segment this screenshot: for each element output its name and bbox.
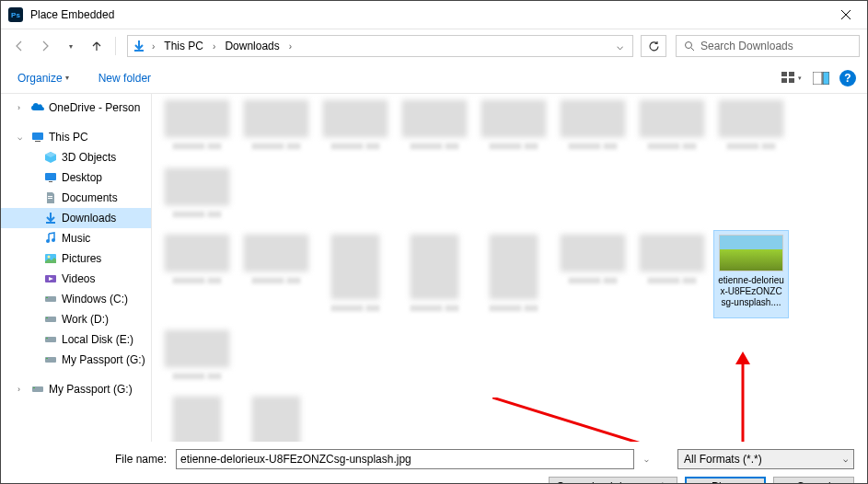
- up-button[interactable]: [86, 35, 108, 57]
- preview-pane-icon: [813, 72, 829, 85]
- file-thumb[interactable]: xxxxxxx xxx: [159, 96, 235, 156]
- thumbnail-label: xxxxxxx xxx: [411, 141, 459, 152]
- thumbnail-label: xxxxxxx xxx: [648, 275, 697, 286]
- folder-icon: [43, 150, 58, 165]
- svg-rect-10: [49, 181, 52, 182]
- svg-rect-11: [48, 196, 52, 197]
- folder-icon: [43, 352, 58, 367]
- preview-pane-button[interactable]: [810, 68, 832, 88]
- tree-item-3d-objects[interactable]: 3D Objects: [1, 147, 151, 167]
- view-mode-button[interactable]: ▾: [781, 68, 803, 88]
- file-thumb[interactable]: xxxxxxx xxx: [713, 96, 789, 156]
- thumbnail-image: [402, 100, 467, 137]
- thumbnail-image: [719, 235, 783, 271]
- tree-item-downloads[interactable]: Downloads: [1, 208, 151, 228]
- file-list[interactable]: xxxxxxx xxxxxxxxxx xxxxxxxxxx xxxxxxxxxx…: [152, 94, 867, 442]
- navigation-pane[interactable]: › OneDrive - Person ⌵ This PC 3D Objects…: [1, 94, 152, 442]
- file-thumb[interactable]: xxxxxxx xxx: [238, 392, 314, 442]
- tree-item-videos[interactable]: Videos: [1, 269, 151, 289]
- thumbnail-label: xxxxxxx xxx: [173, 275, 222, 286]
- folder-icon: [43, 312, 58, 327]
- file-thumb[interactable]: xxxxxxx xxx: [476, 96, 551, 156]
- thumbnail-label: xxxxxxx xxx: [252, 141, 301, 152]
- svg-rect-21: [46, 317, 48, 318]
- address-bar[interactable]: › This PC › Downloads › ⌵: [127, 35, 633, 57]
- tree-item-documents[interactable]: Documents: [1, 188, 151, 208]
- thumbnail-image: [165, 100, 229, 137]
- thumbnail-label: xxxxxxx xxx: [569, 141, 618, 152]
- organize-button[interactable]: Organize▾: [12, 68, 75, 88]
- thumbnail-label: xxxxxxx xxx: [490, 303, 538, 314]
- footer: File name: ⌵ All Formats (*.*) ⌵ Open cl…: [1, 442, 867, 484]
- file-thumb[interactable]: xxxxxxx xxx: [397, 230, 472, 318]
- nav-bar: ▾ › This PC › Downloads › ⌵ Search Downl…: [1, 29, 867, 63]
- file-thumb[interactable]: xxxxxxx xxx: [555, 96, 631, 156]
- file-thumb[interactable]: xxxxxxx xxx: [159, 326, 235, 386]
- chevron-right-icon: ›: [17, 103, 27, 112]
- thumbnail-image: [165, 168, 229, 205]
- file-thumb[interactable]: xxxxxxx xxx: [238, 230, 314, 318]
- thumbnail-image: [165, 330, 229, 367]
- new-folder-button[interactable]: New folder: [93, 68, 156, 88]
- search-placeholder: Search Downloads: [700, 40, 793, 52]
- place-button[interactable]: Place: [685, 477, 766, 484]
- filename-input[interactable]: [176, 449, 634, 469]
- folder-icon: [43, 231, 58, 246]
- recent-button[interactable]: ▾: [60, 35, 82, 57]
- title-bar: Ps Place Embedded: [1, 1, 867, 29]
- tree-item-local-disk-e-[interactable]: Local Disk (E:): [1, 329, 151, 350]
- thumbnail-image: [244, 235, 308, 271]
- tree-item-music[interactable]: Music: [1, 228, 151, 248]
- arrow-up-icon: [90, 40, 103, 52]
- file-thumb[interactable]: xxxxxxx xxx: [634, 96, 710, 156]
- tree-item-work-d-[interactable]: Work (D:): [1, 309, 151, 329]
- app-icon: Ps: [8, 7, 23, 22]
- file-thumb[interactable]: xxxxxxx xxx: [159, 230, 235, 318]
- help-button[interactable]: ?: [839, 70, 856, 86]
- file-thumb[interactable]: xxxxxxx xxx: [634, 230, 710, 318]
- file-thumb[interactable]: xxxxxxx xxx: [318, 230, 393, 318]
- tree-item-my-passport-g-[interactable]: ›My Passport (G:): [1, 379, 151, 399]
- refresh-button[interactable]: [641, 35, 666, 57]
- svg-rect-8: [35, 141, 41, 142]
- thumbnail-image: [640, 235, 704, 271]
- tree-item-desktop[interactable]: Desktop: [1, 167, 151, 188]
- breadcrumb-dropdown[interactable]: ⌵: [611, 40, 629, 52]
- svg-rect-23: [46, 338, 48, 339]
- thumbnail-image: [331, 235, 379, 299]
- open-cloud-button[interactable]: Open cloud documents: [549, 477, 677, 484]
- tree-item-pictures[interactable]: Pictures: [1, 248, 151, 269]
- tree-this-pc[interactable]: ⌵ This PC: [1, 127, 151, 147]
- file-thumb[interactable]: xxxxxxx xxx: [476, 230, 551, 318]
- svg-point-14: [52, 238, 55, 242]
- filename-dropdown[interactable]: ⌵: [640, 455, 654, 464]
- file-thumb[interactable]: xxxxxxx xxx: [555, 230, 631, 318]
- folder-icon: [43, 211, 58, 225]
- breadcrumb-root[interactable]: This PC: [160, 38, 207, 54]
- arrow-left-icon: [13, 40, 26, 52]
- file-thumb[interactable]: xxxxxxx xxx: [238, 96, 314, 156]
- file-thumb[interactable]: xxxxxxx xxx: [159, 392, 235, 442]
- tree-item-my-passport-g-[interactable]: My Passport (G:): [1, 350, 151, 370]
- search-input[interactable]: Search Downloads: [676, 35, 860, 57]
- svg-point-16: [48, 256, 51, 259]
- tree-item-windows-c-[interactable]: Windows (C:): [1, 289, 151, 309]
- close-button[interactable]: [825, 1, 867, 29]
- command-bar: Organize▾ New folder ▾ ?: [1, 63, 867, 94]
- file-thumb[interactable]: xxxxxxx xxx: [397, 96, 472, 156]
- arrow-right-icon: [39, 40, 52, 52]
- cancel-button[interactable]: Cancel: [773, 477, 854, 484]
- svg-rect-26: [32, 386, 43, 392]
- thumbnail-label: xxxxxxx xxx: [252, 275, 301, 286]
- tree-onedrive[interactable]: › OneDrive - Person: [1, 98, 151, 118]
- breadcrumb-folder[interactable]: Downloads: [221, 38, 283, 54]
- file-type-filter[interactable]: All Formats (*.*) ⌵: [677, 449, 854, 469]
- thumbnail-label: xxxxxxx xxx: [490, 141, 538, 152]
- thumbnail-label: xxxxxxx xxx: [173, 209, 222, 220]
- file-thumb[interactable]: xxxxxxx xxx: [159, 164, 235, 225]
- thumbnail-label: xxxxxxx xxx: [569, 275, 618, 286]
- file-thumb-selected[interactable]: etienne-delorieux-U8FEzONZCsg-unsplash..…: [713, 230, 789, 318]
- file-thumb[interactable]: xxxxxxx xxx: [318, 96, 393, 156]
- svg-rect-22: [45, 337, 56, 342]
- svg-rect-6: [823, 72, 829, 85]
